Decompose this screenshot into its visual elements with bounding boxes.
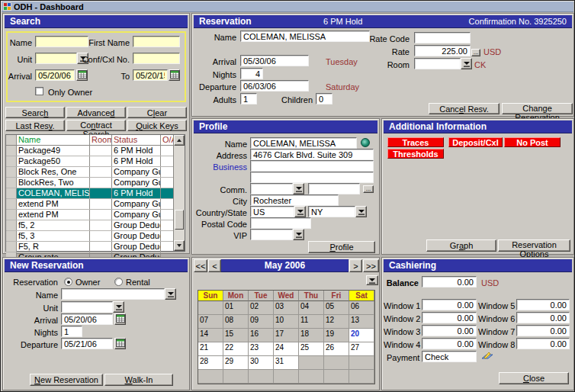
table-row[interactable]: f5, 3Group Deduct [6, 231, 185, 242]
calendar-day[interactable] [198, 301, 223, 315]
country-dropdown-button[interactable] [294, 206, 306, 217]
col-header-name[interactable]: Name [17, 135, 90, 145]
res-children-field[interactable] [316, 93, 332, 104]
window4-field[interactable] [422, 338, 477, 349]
calendar-day[interactable]: 24 [274, 342, 299, 356]
window1-field[interactable] [422, 299, 477, 310]
advanced-button[interactable]: Advanced [66, 107, 126, 118]
calendar-view-dropdown-button[interactable] [366, 275, 378, 285]
res-nights-field[interactable] [240, 68, 263, 79]
comm-dropdown-button[interactable] [293, 183, 304, 194]
window2-field[interactable] [422, 312, 477, 323]
calendar-day[interactable]: 09 [249, 315, 274, 329]
table-row[interactable]: Package506 PM Hold [6, 156, 185, 167]
calendar-day[interactable]: 16 [249, 329, 274, 342]
calendar-day[interactable]: 26 [324, 342, 349, 356]
calendar-day[interactable]: 23 [249, 342, 274, 356]
calendar-day[interactable]: 02 [249, 301, 274, 315]
calendar-day[interactable]: 04 [299, 301, 324, 315]
calendar-day[interactable] [299, 356, 324, 370]
calendar-day[interactable]: 11 [299, 315, 324, 329]
window7-field[interactable] [516, 325, 570, 336]
nr-departure-calendar-button[interactable] [114, 338, 126, 349]
calendar-day[interactable]: 19 [324, 329, 349, 342]
calendar-day[interactable] [223, 370, 249, 384]
profile-name-field[interactable] [250, 137, 357, 149]
calendar-day[interactable] [349, 356, 374, 370]
nr-name-dropdown-button[interactable] [165, 288, 176, 300]
calendar-next-button[interactable]: > [349, 259, 362, 272]
new-reservation-button[interactable]: New Reservation [30, 374, 103, 386]
room-field[interactable] [414, 58, 461, 69]
table-row[interactable]: Block Res, OneCompany Guara [6, 167, 185, 178]
calendar-day[interactable] [249, 370, 274, 384]
nr-arrival-field[interactable] [61, 313, 113, 325]
window8-field[interactable] [516, 338, 570, 349]
search-first-name-input[interactable] [133, 36, 180, 47]
calendar-day[interactable]: 25 [299, 342, 324, 356]
calendar-day[interactable] [349, 370, 374, 384]
col-header-oa[interactable]: O/A [161, 135, 173, 145]
scroll-up-button[interactable] [174, 135, 185, 146]
table-row[interactable]: BlockRes, TwoCompany Guara [6, 178, 185, 188]
change-reservation-button[interactable]: Change Reservation [502, 103, 573, 114]
postal-code-field[interactable] [250, 217, 311, 229]
balance-field[interactable] [422, 276, 477, 288]
calendar-day[interactable]: 17 [274, 329, 299, 342]
table-row[interactable]: F5, RGroup Deduct [6, 242, 185, 252]
comm-more-button[interactable]: ... [363, 185, 374, 193]
table-row[interactable]: extend PMCompany Guara [6, 210, 185, 220]
thresholds-flag-button[interactable]: Thresholds [387, 149, 444, 159]
scrollbar-thumb[interactable] [175, 210, 184, 230]
calendar-prev-button[interactable]: < [208, 259, 221, 272]
calendar-first-button[interactable]: << [194, 259, 207, 272]
search-arrival-calendar-button[interactable] [76, 69, 88, 81]
table-row-selected[interactable]: COLEMAN, MELISSA6 PM Hold [6, 188, 185, 199]
state-field[interactable] [308, 206, 355, 217]
nr-unit-field[interactable] [61, 301, 113, 313]
calendar-day[interactable]: 05 [324, 301, 349, 315]
calendar-day[interactable]: 07 [198, 315, 223, 329]
only-owner-checkbox[interactable] [35, 87, 43, 95]
business-field[interactable] [250, 160, 374, 172]
calendar-day[interactable]: 31 [274, 356, 299, 370]
state-dropdown-button[interactable] [355, 206, 367, 217]
rate-code-field[interactable] [414, 32, 471, 43]
nr-unit-dropdown-button[interactable] [113, 301, 124, 313]
calendar-day[interactable] [324, 356, 349, 370]
calendar-day[interactable]: 06 [349, 301, 374, 315]
nr-nights-field[interactable] [61, 326, 82, 337]
address2-field[interactable] [250, 172, 374, 183]
traces-flag-button[interactable]: Traces [387, 137, 444, 147]
search-arrival-input[interactable] [35, 69, 75, 81]
calendar-day-selected[interactable]: 20 [349, 329, 374, 342]
payment-field[interactable] [422, 351, 477, 362]
calendar-day[interactable]: 30 [249, 356, 274, 370]
graph-button[interactable]: Graph [426, 239, 496, 252]
quick-keys-button[interactable]: Quick Keys [127, 120, 187, 131]
profile-button[interactable]: Profile [308, 241, 375, 253]
close-button[interactable]: Close [499, 372, 569, 384]
results-scrollbar[interactable] [173, 135, 185, 251]
calendar-day[interactable]: 21 [198, 342, 223, 356]
no-post-flag-button[interactable]: No Post [504, 137, 561, 147]
res-departure-field[interactable] [240, 80, 309, 92]
comm-type-field[interactable] [250, 183, 293, 194]
table-row[interactable]: Package496 PM Hold [6, 146, 185, 156]
address-field[interactable] [250, 149, 374, 160]
nr-departure-field[interactable] [61, 338, 113, 349]
owner-radio[interactable] [64, 278, 72, 286]
res-adults-field[interactable] [240, 93, 257, 104]
calendar-day[interactable]: 15 [223, 329, 249, 342]
table-row[interactable]: f5, 2Group Deduct [6, 220, 185, 231]
col-header-room[interactable]: Room [90, 135, 112, 145]
window6-field[interactable] [516, 312, 570, 323]
window5-field[interactable] [516, 299, 570, 310]
calendar-day[interactable]: 29 [223, 356, 249, 370]
comm-value-field[interactable] [308, 183, 360, 194]
edit-payment-icon[interactable] [481, 350, 493, 362]
search-to-input[interactable] [133, 69, 168, 81]
walk-in-button[interactable]: Walk-In [104, 374, 173, 386]
rental-radio[interactable] [114, 278, 123, 286]
calendar-day[interactable]: 28 [198, 356, 223, 370]
